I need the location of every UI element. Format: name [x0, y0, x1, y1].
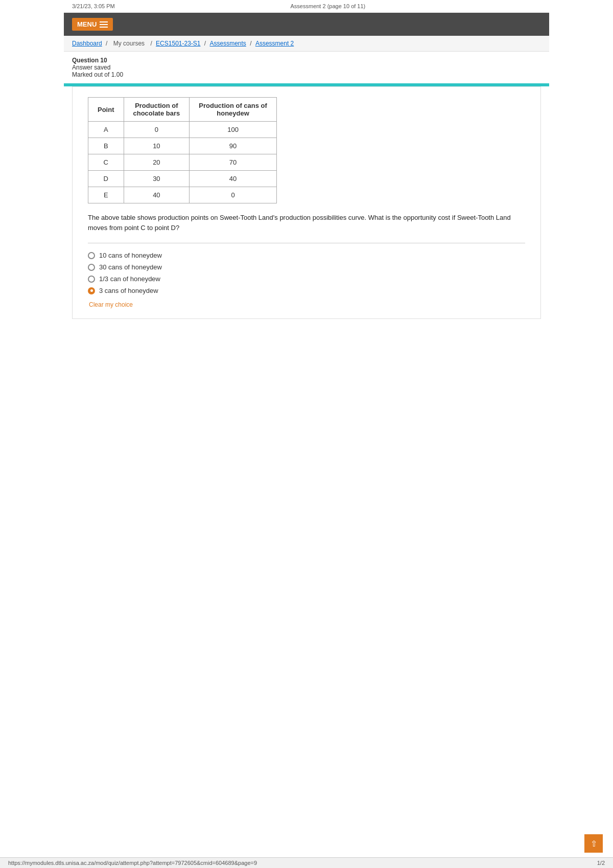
top-bar: 3/21/23, 3:05 PM Assessment 2 (page 10 o… — [64, 0, 549, 13]
table-cell: D — [88, 171, 124, 187]
breadcrumb-course[interactable]: ECS1501-23-S1 — [156, 40, 200, 47]
table-cell: 90 — [190, 138, 277, 154]
table-row: A0100 — [88, 122, 277, 138]
table-row: B1090 — [88, 138, 277, 154]
table-cell: 10 — [124, 138, 190, 154]
option-label-2: 1/3 can of honeydew — [99, 275, 160, 283]
table-cell: 0 — [190, 187, 277, 203]
list-item: 3 cans of honeydew — [88, 287, 525, 294]
list-item: 1/3 can of honeydew — [88, 275, 525, 283]
production-table: Point Production ofchocolate bars Produc… — [88, 97, 277, 203]
breadcrumb-sep-1: / — [106, 40, 109, 47]
col-header-choc: Production ofchocolate bars — [124, 98, 190, 122]
main-content: Point Production ofchocolate bars Produc… — [72, 86, 541, 319]
breadcrumb-sep-4: / — [250, 40, 253, 47]
table-cell: B — [88, 138, 124, 154]
list-item: 10 cans of honeydew — [88, 252, 525, 259]
options-list: 10 cans of honeydew30 cans of honeydew1/… — [88, 252, 525, 294]
radio-option-3[interactable] — [88, 287, 95, 294]
radio-option-2[interactable] — [88, 276, 95, 283]
question-info: Question 10 Answer saved Marked out of 1… — [64, 52, 549, 78]
table-cell: 70 — [190, 154, 277, 171]
answer-saved-status: Answer saved — [72, 64, 541, 71]
breadcrumb-dashboard[interactable]: Dashboard — [72, 40, 102, 47]
breadcrumb-assessments[interactable]: Assessments — [210, 40, 246, 47]
clear-my-choice-link[interactable]: Clear my choice — [89, 301, 133, 308]
menu-button[interactable]: MENU — [72, 18, 113, 31]
table-cell: C — [88, 154, 124, 171]
nav-bar: MENU — [64, 13, 549, 36]
table-cell: 40 — [190, 171, 277, 187]
timestamp: 3/21/23, 3:05 PM — [72, 3, 115, 9]
table-cell: E — [88, 187, 124, 203]
divider — [88, 243, 525, 243]
option-label-0: 10 cans of honeydew — [99, 252, 162, 259]
page-title: Assessment 2 (page 10 of 11) — [291, 3, 366, 9]
radio-option-0[interactable] — [88, 252, 95, 259]
breadcrumb-sep-2: / — [150, 40, 154, 47]
table-cell: 20 — [124, 154, 190, 171]
breadcrumb-sep-3: / — [204, 40, 208, 47]
menu-label: MENU — [77, 20, 97, 28]
table-cell: 0 — [124, 122, 190, 138]
breadcrumb-mycourses: My courses — [113, 40, 145, 47]
table-cell: 40 — [124, 187, 190, 203]
breadcrumb: Dashboard / My courses / ECS1501-23-S1 /… — [64, 36, 549, 52]
table-row: C2070 — [88, 154, 277, 171]
col-header-honey: Production of cans ofhoneydew — [190, 98, 277, 122]
breadcrumb-assessment2[interactable]: Assessment 2 — [255, 40, 294, 47]
col-header-point: Point — [88, 98, 124, 122]
table-cell: 100 — [190, 122, 277, 138]
option-label-3: 3 cans of honeydew — [99, 287, 158, 294]
question-text: The above table shows production points … — [88, 213, 525, 233]
option-label-1: 30 cans of honeydew — [99, 263, 162, 271]
hamburger-icon — [100, 21, 108, 28]
table-cell: A — [88, 122, 124, 138]
question-number: Question 10 — [72, 57, 541, 64]
table-row: D3040 — [88, 171, 277, 187]
table-cell: 30 — [124, 171, 190, 187]
table-row: E400 — [88, 187, 277, 203]
list-item: 30 cans of honeydew — [88, 263, 525, 271]
marked-out: Marked out of 1.00 — [72, 71, 541, 78]
radio-option-1[interactable] — [88, 264, 95, 271]
